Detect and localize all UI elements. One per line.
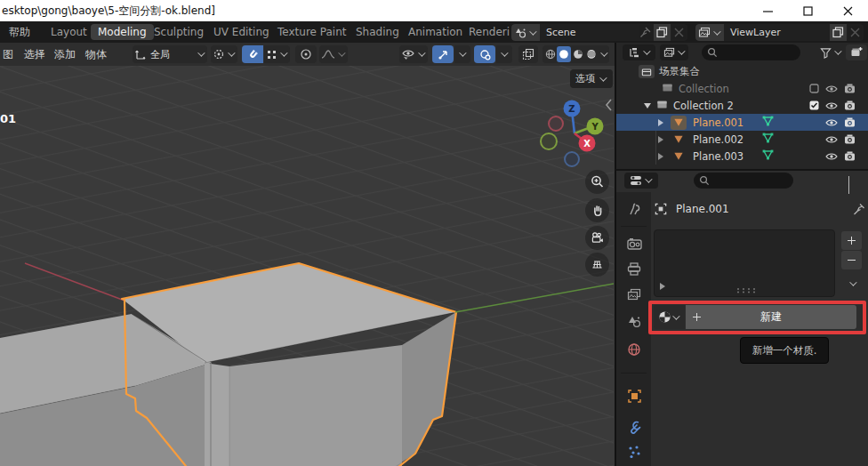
gizmos-dropdown[interactable] bbox=[454, 45, 470, 63]
pin-icon[interactable] bbox=[853, 202, 865, 219]
tab-view-layer[interactable] bbox=[625, 285, 643, 303]
eye-icon[interactable] bbox=[825, 152, 838, 161]
collapse-triangle-icon[interactable] bbox=[644, 103, 651, 108]
maximize-button[interactable] bbox=[788, 0, 828, 21]
outliner-row-plane-002[interactable]: Plane.002 bbox=[616, 131, 868, 148]
browse-material-button[interactable] bbox=[654, 305, 685, 329]
eye-icon[interactable] bbox=[825, 118, 838, 127]
shading-wireframe-button[interactable] bbox=[543, 49, 557, 60]
menu-view[interactable]: 图 bbox=[3, 47, 13, 62]
add-material-slot-button[interactable] bbox=[841, 231, 862, 250]
snap-settings-dropdown[interactable] bbox=[264, 45, 290, 63]
eye-icon[interactable] bbox=[825, 101, 838, 110]
proportional-falloff-dropdown[interactable] bbox=[319, 45, 348, 63]
options-dropdown[interactable]: 选项 bbox=[570, 69, 613, 88]
gizmo-neg-y-ball[interactable] bbox=[541, 133, 557, 149]
camera-icon[interactable] bbox=[844, 100, 856, 110]
workspace-tab-shading[interactable]: Shading bbox=[356, 21, 399, 43]
new-view-layer-button[interactable] bbox=[830, 24, 847, 41]
expand-triangle-icon[interactable] bbox=[658, 136, 663, 143]
outliner-row-plane-001[interactable]: Plane.001 bbox=[616, 114, 868, 131]
show-gizmos-toggle[interactable] bbox=[432, 45, 454, 63]
workspace-tab-sculpting[interactable]: Sculpting bbox=[154, 21, 204, 43]
camera-icon[interactable] bbox=[844, 151, 856, 161]
eye-icon[interactable] bbox=[825, 84, 838, 93]
scene-selector[interactable]: Scene bbox=[511, 24, 687, 41]
outliner-row-collection[interactable]: Collection bbox=[616, 80, 868, 97]
outliner-display-mode-dropdown[interactable] bbox=[660, 44, 688, 60]
properties-search-input[interactable] bbox=[694, 173, 793, 189]
workspace-tab-modeling[interactable]: Modeling bbox=[91, 24, 154, 40]
new-scene-button[interactable] bbox=[654, 24, 671, 41]
close-button[interactable] bbox=[828, 0, 868, 21]
tab-tool[interactable] bbox=[625, 200, 643, 218]
show-overlays-toggle[interactable] bbox=[474, 45, 495, 63]
snap-toggle[interactable] bbox=[242, 45, 263, 63]
pin-icon[interactable] bbox=[639, 27, 651, 38]
editor-type-dropdown[interactable] bbox=[623, 44, 655, 60]
outliner-row-scene-collection[interactable]: 场景集合 bbox=[616, 63, 868, 80]
shading-material-button[interactable] bbox=[571, 49, 584, 60]
material-specials-dropdown[interactable] bbox=[841, 274, 862, 293]
workspace-tab-uv-editing[interactable]: UV Editing bbox=[213, 21, 269, 43]
gizmo-neg-x-ball[interactable] bbox=[549, 116, 563, 131]
overlays-dropdown[interactable] bbox=[496, 45, 512, 63]
menu-object[interactable]: 物体 bbox=[85, 47, 107, 62]
expand-triangle-icon[interactable] bbox=[658, 153, 663, 160]
pan-button[interactable] bbox=[585, 198, 609, 222]
outliner-search-input[interactable] bbox=[702, 44, 800, 60]
scene-name[interactable]: Scene bbox=[540, 27, 639, 38]
tab-object[interactable] bbox=[625, 387, 643, 405]
menu-add[interactable]: 添加 bbox=[54, 47, 76, 62]
tab-scene[interactable] bbox=[625, 312, 643, 330]
unlink-scene-icon[interactable] bbox=[674, 28, 684, 37]
tab-physics[interactable] bbox=[625, 462, 643, 466]
view-layer-name[interactable]: ViewLayer bbox=[724, 27, 830, 38]
show-object-types-dropdown[interactable] bbox=[399, 45, 428, 63]
material-slot-list[interactable] bbox=[654, 229, 835, 297]
ortho-toggle-button[interactable] bbox=[585, 253, 609, 277]
navigation-gizmo[interactable]: Z Y X bbox=[538, 93, 611, 175]
tab-render[interactable] bbox=[625, 235, 643, 253]
xray-toggle[interactable] bbox=[518, 45, 538, 63]
view-layer-browse-button[interactable] bbox=[695, 24, 724, 41]
scene-browse-button[interactable] bbox=[511, 24, 540, 41]
zoom-button[interactable] bbox=[585, 170, 609, 194]
expand-triangle-icon[interactable] bbox=[658, 119, 663, 126]
camera-icon[interactable] bbox=[844, 84, 856, 93]
eye-icon[interactable] bbox=[825, 135, 838, 144]
remove-material-slot-button[interactable] bbox=[841, 251, 862, 269]
gizmo-neg-z-ball[interactable] bbox=[565, 152, 579, 166]
camera-icon[interactable] bbox=[844, 117, 856, 127]
viewport-3d[interactable]: 图 选择 添加 物体 全局 bbox=[0, 43, 615, 466]
workspace-tab-layout[interactable]: Layout bbox=[51, 21, 87, 43]
camera-view-button[interactable] bbox=[585, 226, 609, 250]
tab-output[interactable] bbox=[625, 260, 643, 277]
tab-world[interactable] bbox=[625, 341, 643, 358]
breadcrumb-object-name[interactable]: Plane.001 bbox=[676, 203, 729, 215]
expand-triangle-icon[interactable] bbox=[660, 283, 665, 290]
filter-dropdown[interactable] bbox=[817, 44, 845, 60]
exclude-checkbox-checked[interactable] bbox=[809, 100, 819, 110]
outliner-row-collection-2[interactable]: Collection 2 bbox=[616, 97, 868, 114]
exclude-checkbox-unchecked[interactable] bbox=[809, 84, 819, 93]
camera-icon[interactable] bbox=[844, 134, 856, 144]
menu-help[interactable]: 帮助 bbox=[9, 21, 30, 43]
new-collection-button[interactable] bbox=[846, 44, 867, 60]
menu-select[interactable]: 选择 bbox=[24, 47, 45, 62]
new-material-button[interactable]: 新建 bbox=[686, 305, 856, 329]
unlink-view-layer-icon[interactable] bbox=[850, 28, 860, 37]
properties-options-dropdown[interactable] bbox=[846, 176, 852, 193]
tab-particles[interactable] bbox=[625, 443, 643, 461]
workspace-tab-rendering[interactable]: Renderi bbox=[469, 21, 510, 43]
pivot-point-dropdown[interactable] bbox=[211, 45, 237, 63]
transform-orientation-dropdown[interactable]: 全局 bbox=[133, 45, 207, 63]
scene-canvas[interactable] bbox=[0, 66, 614, 466]
properties-editor-type-dropdown[interactable] bbox=[624, 173, 658, 189]
workspace-tab-texture-paint[interactable]: Texture Paint bbox=[277, 21, 346, 43]
shading-rendered-button[interactable] bbox=[584, 49, 598, 60]
workspace-tab-animation[interactable]: Animation bbox=[408, 21, 462, 43]
minimize-button[interactable] bbox=[748, 0, 788, 21]
shading-solid-button[interactable] bbox=[557, 46, 571, 62]
outliner-row-plane-003[interactable]: Plane.003 bbox=[616, 148, 868, 165]
